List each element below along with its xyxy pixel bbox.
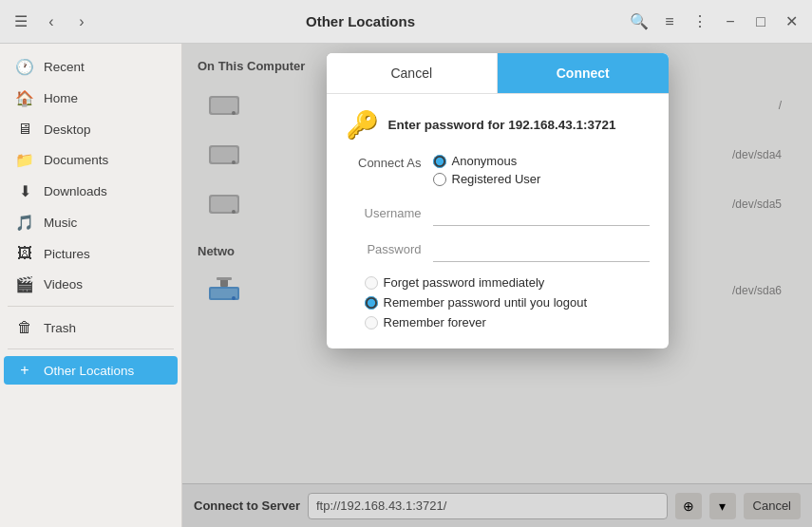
anonymous-radio[interactable]	[433, 155, 446, 168]
username-input[interactable]	[433, 199, 650, 226]
videos-icon: 🎬	[15, 275, 34, 293]
registered-user-radio-item[interactable]: Registered User	[433, 172, 541, 186]
back-icon: ‹	[48, 13, 53, 30]
sidebar: 🕐 Recent 🏠 Home 🖥 Desktop 📁 Documents ⬇ …	[0, 44, 182, 527]
recent-icon: 🕐	[15, 58, 34, 76]
titlebar-left: ☰ ‹ ›	[8, 9, 95, 35]
titlebar-right: 🔍 ≡ ⋮ − □ ✕	[626, 9, 804, 35]
dialog-prompt-text: Enter password for 192.168.43.1:3721	[388, 118, 616, 132]
window: ☰ ‹ › Other Locations 🔍 ≡ ⋮ − □	[0, 0, 812, 527]
remember-group: Forget password immediately Remember pas…	[346, 275, 650, 329]
forward-button[interactable]: ›	[68, 9, 95, 35]
sidebar-item-pictures[interactable]: 🖼 Pictures	[4, 239, 178, 268]
dialog-body: 🔑 Enter password for 192.168.43.1:3721 C…	[327, 94, 669, 348]
sidebar-item-label: Desktop	[44, 122, 91, 137]
dialog-connect-button[interactable]: Connect	[498, 53, 669, 93]
back-button[interactable]: ‹	[38, 9, 65, 35]
sidebar-item-trash[interactable]: 🗑 Trash	[4, 313, 178, 342]
sidebar-divider-2	[8, 348, 174, 349]
sidebar-divider	[8, 306, 174, 307]
sidebar-item-videos[interactable]: 🎬 Videos	[4, 270, 178, 299]
password-row: Password	[346, 235, 650, 262]
anonymous-label: Anonymous	[452, 154, 518, 168]
trash-icon: 🗑	[15, 319, 34, 336]
sidebar-icon: ☰	[14, 12, 28, 30]
sidebar-item-label: Other Locations	[44, 364, 134, 378]
remember-logout-radio[interactable]	[365, 296, 378, 310]
maximize-icon: □	[756, 13, 765, 30]
username-label: Username	[346, 206, 422, 220]
key-icon: 🔑	[346, 109, 379, 141]
forward-icon: ›	[79, 13, 84, 30]
search-icon: 🔍	[630, 12, 649, 30]
password-input[interactable]	[433, 235, 650, 262]
list-icon: ≡	[665, 13, 673, 30]
password-dialog: Cancel Connect 🔑 Enter password for 192.…	[327, 53, 669, 348]
sidebar-item-home[interactable]: 🏠 Home	[4, 84, 178, 113]
forget-immediately-item[interactable]: Forget password immediately	[365, 275, 650, 290]
minimize-button[interactable]: −	[717, 9, 744, 35]
sidebar-item-label: Home	[44, 91, 78, 105]
anonymous-radio-item[interactable]: Anonymous	[433, 154, 541, 168]
connect-as-row: Connect As Anonymous Registered User	[346, 154, 650, 186]
menu-icon: ⋮	[692, 12, 708, 30]
sidebar-item-downloads[interactable]: ⬇ Downloads	[4, 177, 178, 206]
music-icon: 🎵	[15, 214, 34, 232]
titlebar: ☰ ‹ › Other Locations 🔍 ≡ ⋮ − □	[0, 0, 812, 44]
sidebar-item-desktop[interactable]: 🖥 Desktop	[4, 115, 178, 143]
sidebar-item-label: Documents	[44, 153, 108, 167]
sidebar-item-label: Music	[44, 216, 77, 230]
sidebar-item-label: Pictures	[44, 247, 90, 261]
username-row: Username	[346, 199, 650, 226]
connect-as-radio-group: Anonymous Registered User	[433, 154, 541, 186]
sidebar-item-recent[interactable]: 🕐 Recent	[4, 52, 178, 82]
remember-logout-label: Remember password until you logout	[384, 295, 588, 310]
sidebar-item-documents[interactable]: 📁 Documents	[4, 145, 178, 175]
minimize-icon: −	[726, 13, 734, 30]
window-title: Other Locations	[99, 13, 622, 29]
close-icon: ✕	[785, 12, 798, 30]
maximize-button[interactable]: □	[747, 9, 774, 35]
dialog-overlay: Cancel Connect 🔑 Enter password for 192.…	[182, 44, 812, 527]
pictures-icon: 🖼	[15, 245, 34, 262]
dialog-cancel-button[interactable]: Cancel	[327, 53, 499, 93]
remember-forever-label: Remember forever	[384, 315, 486, 329]
close-button[interactable]: ✕	[778, 9, 804, 35]
remember-forever-item[interactable]: Remember forever	[365, 315, 650, 329]
dialog-header: Cancel Connect	[327, 53, 669, 94]
search-button[interactable]: 🔍	[626, 9, 652, 35]
sidebar-item-label: Recent	[44, 60, 85, 74]
menu-button[interactable]: ⋮	[687, 9, 713, 35]
remember-forever-radio[interactable]	[365, 316, 378, 329]
home-icon: 🏠	[15, 89, 34, 107]
registered-user-label: Registered User	[452, 172, 541, 186]
sidebar-item-label: Downloads	[44, 184, 107, 198]
documents-icon: 📁	[15, 151, 34, 169]
desktop-icon: 🖥	[15, 121, 34, 138]
remember-logout-item[interactable]: Remember password until you logout	[365, 295, 650, 310]
sidebar-item-other-locations[interactable]: + Other Locations	[4, 356, 178, 385]
sidebar-toggle-button[interactable]: ☰	[8, 9, 34, 35]
sidebar-item-music[interactable]: 🎵 Music	[4, 208, 178, 237]
dialog-prompt-row: 🔑 Enter password for 192.168.43.1:3721	[346, 109, 650, 141]
sidebar-item-label: Videos	[44, 277, 83, 292]
registered-user-radio[interactable]	[433, 173, 446, 186]
password-label: Password	[346, 242, 422, 256]
content-area: 🕐 Recent 🏠 Home 🖥 Desktop 📁 Documents ⬇ …	[0, 44, 812, 527]
forget-immediately-radio[interactable]	[365, 276, 378, 290]
other-locations-icon: +	[15, 362, 34, 379]
forget-immediately-label: Forget password immediately	[384, 275, 545, 290]
list-view-button[interactable]: ≡	[656, 9, 683, 35]
downloads-icon: ⬇	[15, 182, 34, 200]
main-panel: On This Computer /	[182, 44, 812, 527]
connect-as-label: Connect As	[346, 154, 422, 170]
sidebar-item-label: Trash	[44, 321, 76, 335]
